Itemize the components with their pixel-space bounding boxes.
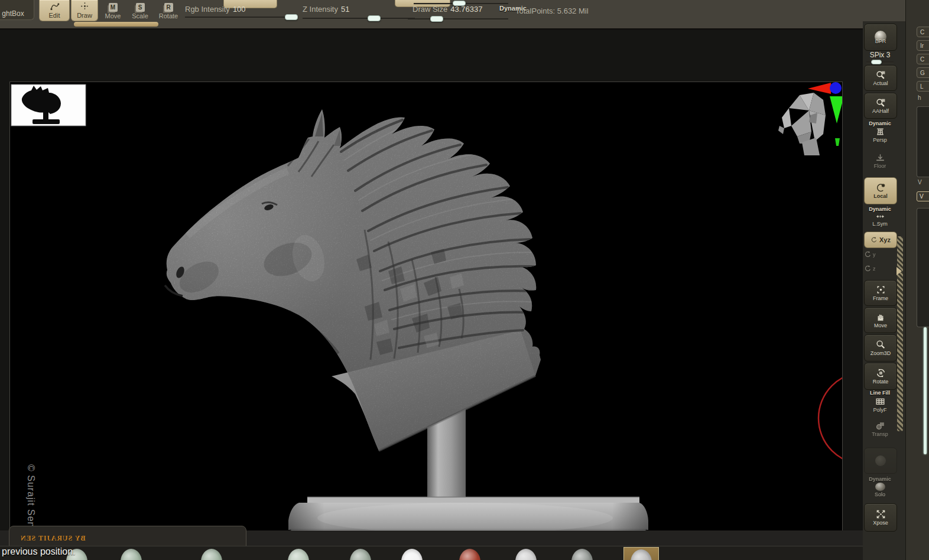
rotate-camera-label: Rotate — [873, 379, 889, 385]
brush-cursor-rings — [818, 372, 842, 464]
floor-label: Floor — [874, 163, 886, 169]
tray-fragment-text: V — [918, 179, 922, 185]
draw-size-handle[interactable] — [430, 16, 443, 22]
persp-button[interactable]: Persp — [864, 126, 896, 143]
material-thumb-sphere-white[interactable] — [394, 547, 430, 560]
move-mode-button[interactable]: M Move — [99, 0, 126, 21]
edit-mode-button[interactable]: Edit — [39, 0, 70, 21]
tray-scrollbar[interactable] — [924, 327, 927, 454]
tray-fragment-text: h — [918, 95, 921, 101]
scale-mode-button[interactable]: S Scale — [126, 0, 154, 21]
tray-fragment-button[interactable]: Ir — [917, 40, 929, 51]
transp-label: Transp — [872, 431, 888, 437]
material-thumb-sculpt-head-2[interactable] — [194, 547, 229, 560]
material-thumb-sphere-red[interactable] — [452, 547, 488, 560]
horse-sculpture[interactable] — [146, 106, 560, 460]
rgb-intensity-handle[interactable] — [285, 14, 298, 20]
material-thumb-sculpt-head-1[interactable] — [113, 547, 149, 560]
polyf-icon — [875, 396, 885, 406]
scale-label: Scale — [132, 12, 148, 19]
rotate-z-letter: z — [873, 266, 876, 272]
material-thumb-spiky-creature[interactable] — [343, 547, 378, 560]
z-intensity-handle[interactable] — [368, 15, 381, 21]
dynamic-solo-label: Dynamic — [863, 476, 897, 482]
edit-icon — [50, 1, 60, 11]
rotate-y-icon — [864, 250, 872, 258]
aahalf-icon — [876, 97, 886, 108]
credit-text-mirrored: By Surajit Sen — [20, 534, 86, 543]
lsym-icon — [875, 213, 885, 220]
zoom3d-icon — [876, 340, 886, 350]
polyf-button[interactable]: PolyF — [864, 396, 896, 413]
tray-fragment-panel — [917, 106, 929, 177]
material-sphere — [121, 549, 142, 560]
material-sphere — [288, 549, 309, 560]
local-button[interactable]: Local — [864, 177, 897, 204]
xyz-label: Xyz — [879, 237, 891, 243]
tray-fragment-field[interactable]: V — [917, 191, 929, 201]
transp-button[interactable]: Transp — [864, 421, 896, 437]
material-thumb-sphere-selected[interactable] — [623, 547, 659, 560]
move-camera-button[interactable]: Move — [864, 307, 897, 333]
solo-button[interactable]: Solo — [864, 483, 896, 497]
orientation-gizmo[interactable] — [778, 82, 842, 155]
toolbar-scroll-indicator[interactable] — [74, 22, 158, 27]
zoom3d-label: Zoom3D — [870, 350, 891, 356]
xyz-button[interactable]: Xyz — [864, 232, 897, 248]
rotate-mode-button[interactable]: R Rotate — [154, 0, 183, 21]
draw-size-slider[interactable] — [408, 18, 508, 19]
bpr-label: BPR — [875, 38, 886, 44]
tray-divider[interactable] — [897, 236, 903, 431]
tray-fragment-button[interactable]: L — [917, 81, 929, 92]
material-thumb-sphere-gray[interactable] — [564, 547, 600, 560]
aahalf-button[interactable]: AAHalf — [864, 93, 897, 119]
tray-divider-arrow-icon[interactable] — [896, 267, 902, 275]
rgb-intensity-value: 100 — [233, 5, 246, 14]
actual-button[interactable]: Actual — [864, 65, 897, 91]
zoom3d-button[interactable]: Zoom3D — [864, 334, 897, 362]
rotate-y-button[interactable]: y — [864, 250, 896, 258]
total-points-readout: TotalPoints: 5.632 Mil — [515, 6, 589, 15]
rotate-z-button[interactable]: z — [864, 265, 896, 272]
status-message: previous position. — [2, 546, 76, 557]
frame-label: Frame — [873, 295, 888, 301]
bpr-button[interactable]: BPR — [864, 24, 897, 51]
aahalf-label: AAHalf — [872, 108, 889, 114]
dynamic-persp-label: Dynamic — [863, 121, 897, 126]
move-label: Move — [105, 12, 121, 19]
tool-preview-thumbnail[interactable] — [11, 84, 86, 126]
draw-size-label: Draw Size43.76337 — [412, 5, 482, 14]
sculpt-canvas[interactable]: © Surajit Sen 2025 — [9, 82, 843, 560]
material-sphere — [201, 549, 222, 560]
bottom-bar: By Surajit Sen previous position. — [0, 530, 863, 560]
persp-icon — [875, 126, 885, 136]
dynamic-lsym-label: Dynamic — [863, 206, 897, 212]
tray-fragment-panel — [917, 208, 929, 327]
material-thumb-sphere-pale-green[interactable] — [281, 547, 316, 560]
xpose-button[interactable]: Xpose — [864, 503, 897, 532]
rgb-intensity-slider[interactable] — [185, 17, 297, 18]
rotate-camera-button[interactable]: Rotate — [864, 363, 897, 390]
lightbox-button[interactable]: ghtBox — [0, 0, 34, 20]
axis-z-dot — [830, 82, 842, 94]
tray-fragment-button[interactable]: G — [917, 67, 929, 78]
line-fill-label: Line Fill — [863, 390, 897, 396]
lsym-button[interactable]: L.Sym — [864, 213, 896, 227]
material-sphere — [459, 549, 480, 560]
xyz-icon — [870, 236, 878, 243]
axis-x-arrow — [808, 83, 831, 94]
frame-button[interactable]: Frame — [864, 280, 897, 306]
local-icon — [876, 183, 886, 193]
xpose-label: Xpose — [873, 520, 888, 526]
tray-fragment-button[interactable]: C — [917, 27, 929, 37]
tray-fragment-button[interactable]: C — [917, 54, 929, 64]
z-intensity-slider[interactable] — [303, 18, 415, 19]
ghost-button[interactable] — [864, 448, 897, 474]
spix-handle[interactable] — [871, 60, 882, 64]
spix-slider-group[interactable]: SPix 3 — [864, 51, 896, 64]
floor-button[interactable]: Floor — [864, 152, 896, 169]
gizmo-head-icon — [778, 93, 826, 155]
axis-y-arrow — [830, 96, 842, 123]
material-thumb-sphere-light-gray[interactable] — [508, 547, 544, 560]
draw-mode-button[interactable]: Draw — [71, 0, 98, 21]
